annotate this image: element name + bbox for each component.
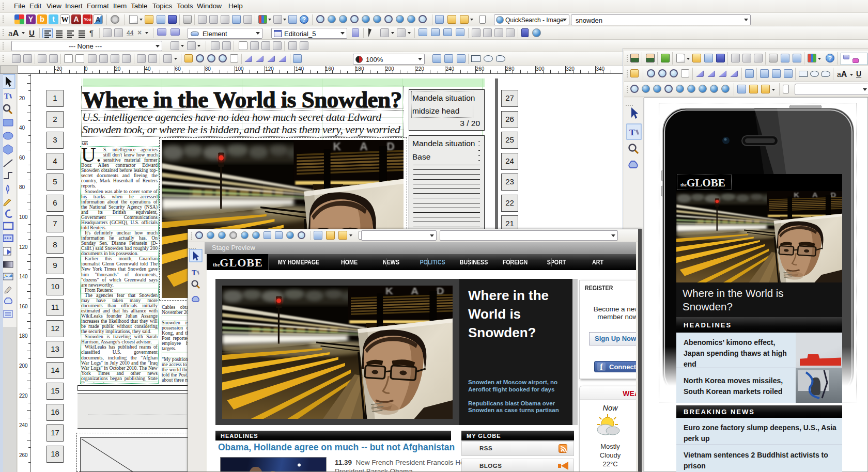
svg-text:T: T: [4, 92, 9, 100]
svg-text:T: T: [192, 269, 197, 277]
svg-text:T: T: [629, 128, 636, 137]
